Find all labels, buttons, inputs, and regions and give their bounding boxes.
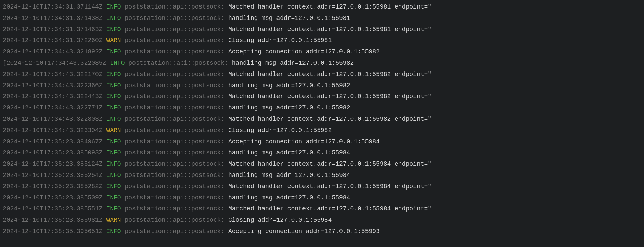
log-line: 2024-12-10T17:34:31.371438Z INFO poststa… (3, 13, 641, 24)
log-level: WARN (106, 37, 121, 44)
log-timestamp: 2024-12-10T17:34:43.321892Z (3, 48, 103, 55)
log-line: 2024-12-10T17:34:43.322803Z INFO poststa… (3, 114, 641, 125)
log-message: Matched handler context.addr=127.0.0.1:5… (228, 71, 432, 78)
log-module: poststation::api::postsock: (125, 160, 225, 167)
log-line: 2024-12-10T17:34:43.321892Z INFO poststa… (3, 46, 641, 57)
log-line: 2024-12-10T17:34:31.371144Z INFO poststa… (3, 1, 641, 13)
log-message: handling msg addr=127.0.0.1:55982 (228, 104, 350, 111)
log-timestamp: 2024-12-10T17:34:43.322170Z (3, 71, 103, 78)
log-level: INFO (106, 149, 121, 156)
log-message: Closing addr=127.0.0.1:55984 (228, 217, 332, 223)
log-line: 2024-12-10T17:35:23.384967Z INFO poststa… (3, 136, 641, 147)
log-line: 2024-12-10T17:34:43.323304Z WARN poststa… (3, 125, 641, 136)
log-module: poststation::api::postsock: (125, 228, 225, 235)
log-module: poststation::api::postsock: (125, 71, 225, 78)
log-module: poststation::api::postsock: (125, 82, 225, 89)
log-level: INFO (106, 3, 121, 10)
log-module: poststation::api::postsock: (125, 127, 225, 134)
log-level: INFO (106, 172, 121, 179)
log-level: INFO (106, 104, 121, 111)
log-timestamp: 2024-12-10T17:35:23.385509Z (3, 194, 103, 201)
log-line: 2024-12-10T17:34:31.371463Z INFO poststa… (3, 24, 641, 35)
log-timestamp: 2024-12-10T17:34:31.371463Z (3, 26, 103, 33)
log-level: INFO (106, 71, 121, 78)
log-level: INFO (106, 116, 121, 122)
log-output: 2024-12-10T17:34:31.371144Z INFO poststa… (3, 1, 641, 237)
log-message: handling msg addr=127.0.0.1:55982 (232, 60, 354, 66)
log-module: poststation::api::postsock: (125, 149, 225, 156)
log-line: 2024-12-10T17:34:43.322771Z INFO poststa… (3, 102, 641, 114)
log-timestamp: 2024-12-10T17:35:23.385282Z (3, 183, 103, 190)
log-message: Matched handler context.addr=127.0.0.1:5… (228, 116, 432, 122)
log-line: 2024-12-10T17:35:23.385509Z INFO poststa… (3, 192, 641, 204)
log-timestamp: 2024-12-10T17:34:43.322085Z (7, 60, 106, 66)
log-message: handling msg addr=127.0.0.1:55981 (228, 15, 350, 22)
log-module: poststation::api::postsock: (125, 48, 225, 55)
log-line: 2024-12-10T17:35:23.385282Z INFO poststa… (3, 181, 641, 192)
log-timestamp: 2024-12-10T17:34:31.371144Z (3, 3, 103, 10)
log-module: poststation::api::postsock: (125, 3, 225, 10)
log-message: Matched handler context.addr=127.0.0.1:5… (228, 26, 432, 33)
log-timestamp: 2024-12-10T17:35:23.385093Z (3, 149, 103, 156)
log-line: 2024-12-10T17:34:31.372260Z WARN poststa… (3, 35, 641, 46)
log-module: poststation::api::postsock: (125, 93, 225, 100)
log-timestamp: 2024-12-10T17:35:23.384967Z (3, 138, 103, 145)
log-level: INFO (106, 194, 121, 201)
log-message: Matched handler context.addr=127.0.0.1:5… (228, 93, 432, 100)
log-level: INFO (106, 15, 121, 22)
log-module: poststation::api::postsock: (125, 15, 225, 22)
log-line: 2024-12-10T17:34:43.322366Z INFO poststa… (3, 80, 641, 91)
log-line: 2024-12-10T17:34:43.322443Z INFO poststa… (3, 91, 641, 102)
log-level: INFO (106, 160, 121, 167)
log-timestamp: 2024-12-10T17:34:31.371438Z (3, 15, 103, 22)
log-level: INFO (106, 228, 121, 235)
log-message: handling msg addr=127.0.0.1:55984 (228, 194, 350, 201)
log-line: [2024-12-10T17:34:43.322085Z INFO postst… (3, 57, 641, 69)
log-line: 2024-12-10T17:34:43.322170Z INFO poststa… (3, 69, 641, 80)
log-message: Matched handler context.addr=127.0.0.1:5… (228, 205, 432, 212)
log-module: poststation::api::postsock: (128, 60, 228, 66)
log-level: INFO (106, 183, 121, 190)
log-timestamp: 2024-12-10T17:34:43.322443Z (3, 93, 103, 100)
log-module: poststation::api::postsock: (125, 217, 225, 223)
log-message: Matched handler context.addr=127.0.0.1:5… (228, 183, 432, 190)
log-prefix: [ (3, 60, 7, 66)
log-module: poststation::api::postsock: (125, 138, 225, 145)
log-module: poststation::api::postsock: (125, 172, 225, 179)
log-message: handling msg addr=127.0.0.1:55984 (228, 149, 350, 156)
log-timestamp: 2024-12-10T17:35:23.385254Z (3, 172, 103, 179)
log-message: handling msg addr=127.0.0.1:55982 (228, 82, 350, 89)
log-line: 2024-12-10T17:38:35.395651Z INFO poststa… (3, 226, 641, 237)
log-module: poststation::api::postsock: (125, 104, 225, 111)
log-module: poststation::api::postsock: (125, 205, 225, 212)
log-message: Accepting connection addr=127.0.0.1:5598… (228, 48, 380, 55)
log-message: Accepting connection addr=127.0.0.1:5599… (228, 228, 380, 235)
log-line: 2024-12-10T17:35:23.385124Z INFO poststa… (3, 158, 641, 170)
log-message: Closing addr=127.0.0.1:55982 (228, 127, 332, 134)
log-level: WARN (106, 127, 121, 134)
log-timestamp: 2024-12-10T17:38:35.395651Z (3, 228, 103, 235)
log-module: poststation::api::postsock: (125, 37, 225, 44)
log-level: INFO (106, 82, 121, 89)
log-timestamp: 2024-12-10T17:35:23.385124Z (3, 160, 103, 167)
log-line: 2024-12-10T17:35:23.385981Z WARN poststa… (3, 214, 641, 226)
log-message: Matched handler context.addr=127.0.0.1:5… (228, 160, 432, 167)
log-level: INFO (106, 48, 121, 55)
log-level: INFO (106, 93, 121, 100)
log-message: Matched handler context.addr=127.0.0.1:5… (228, 3, 432, 10)
log-timestamp: 2024-12-10T17:35:23.385981Z (3, 217, 103, 223)
log-timestamp: 2024-12-10T17:34:43.322771Z (3, 104, 103, 111)
log-message: Accepting connection addr=127.0.0.1:5598… (228, 138, 380, 145)
log-level: INFO (106, 138, 121, 145)
log-timestamp: 2024-12-10T17:34:31.372260Z (3, 37, 103, 44)
log-message: handling msg addr=127.0.0.1:55984 (228, 172, 350, 179)
log-timestamp: 2024-12-10T17:35:23.385551Z (3, 205, 103, 212)
log-timestamp: 2024-12-10T17:34:43.322803Z (3, 116, 103, 122)
log-line: 2024-12-10T17:35:23.385254Z INFO poststa… (3, 170, 641, 181)
log-level: WARN (106, 217, 121, 223)
log-level: INFO (110, 60, 125, 66)
log-module: poststation::api::postsock: (125, 26, 225, 33)
log-line: 2024-12-10T17:35:23.385551Z INFO poststa… (3, 203, 641, 214)
log-timestamp: 2024-12-10T17:34:43.323304Z (3, 127, 103, 134)
log-timestamp: 2024-12-10T17:34:43.322366Z (3, 82, 103, 89)
